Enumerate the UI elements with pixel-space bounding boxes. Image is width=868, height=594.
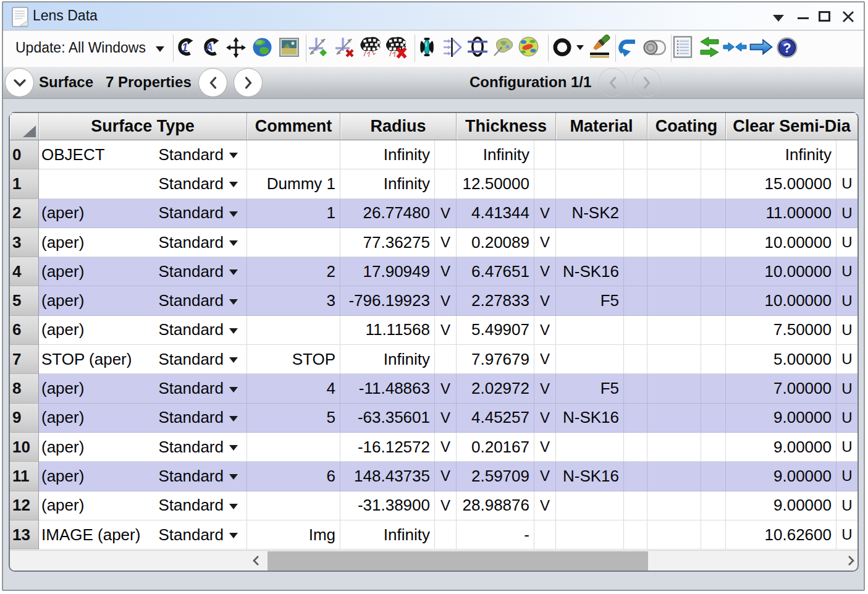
svg-text:1: 1	[182, 41, 188, 54]
svg-text:A: A	[205, 42, 213, 53]
svg-text:?: ?	[783, 40, 791, 56]
